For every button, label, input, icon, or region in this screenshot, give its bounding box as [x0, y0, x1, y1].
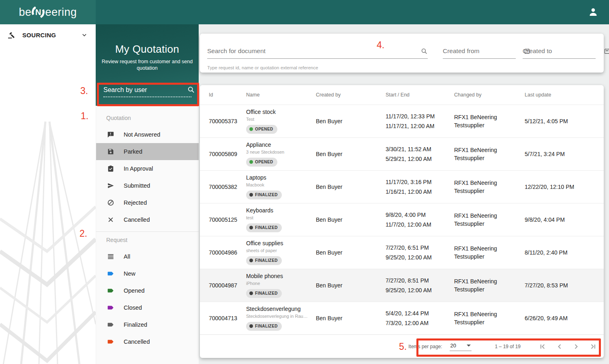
status-badge: FINALIZED — [246, 322, 282, 331]
status-dot — [249, 226, 253, 229]
table-row[interactable]: 700005125 Keyboards test FINALIZED Ben B… — [200, 203, 604, 236]
menu-item-label: All — [124, 253, 130, 260]
left-sidebar: SOURCING — [0, 24, 96, 364]
search-by-user-input[interactable] — [103, 86, 187, 94]
menu-item-label: Opened — [124, 287, 145, 294]
menu-item-label: New — [124, 270, 135, 277]
document-search-field: Type request id, name or quotation exter… — [207, 47, 428, 73]
row-name-cell: Laptops Macbook FINALIZED — [246, 174, 316, 199]
app-bar: be N eering — [0, 0, 609, 24]
save-icon — [107, 148, 114, 155]
table-row[interactable]: 700005373 Office stock Test OPENED Ben B… — [200, 105, 604, 137]
account-icon[interactable] — [588, 7, 598, 17]
pagination-range: 1 – 19 of 19 — [495, 344, 521, 349]
column-header-changed-by: Changed by — [454, 91, 525, 98]
label-icon — [107, 321, 114, 328]
dropdown-caret-icon — [467, 345, 471, 347]
quotation-table-card: Id Name Created by Start / End Changed b… — [200, 85, 604, 358]
row-changed-by: RFX1 BeNeering Testsupplier — [454, 146, 515, 163]
search-for-document-input[interactable] — [207, 47, 421, 55]
app-bar-right — [96, 0, 609, 24]
row-created-by: Ben Buyer — [316, 183, 386, 191]
row-id: 700004986 — [209, 248, 246, 257]
items-per-page-value: 20 — [450, 343, 456, 349]
page: be N eering — [0, 0, 609, 364]
row-changed-by: RFX1 BeNeering Testsupplier — [454, 179, 515, 195]
page-title-block: My Quotation Review request from custome… — [96, 24, 199, 72]
column-header-last-update: Last update — [525, 91, 604, 98]
row-id: 700004713 — [209, 314, 246, 322]
menu-item-in-approval[interactable]: In Approval — [96, 160, 199, 177]
status-dot — [249, 193, 253, 197]
row-created-by: Ben Buyer — [316, 150, 386, 158]
created-to-input[interactable] — [523, 47, 604, 55]
table-row[interactable]: 700004986 Office supplies sheets of pape… — [200, 236, 604, 269]
status-badge: FINALIZED — [246, 256, 282, 266]
table-row[interactable]: 700005382 Laptops Macbook FINALIZED Ben … — [200, 170, 604, 203]
menu-item-label: Closed — [124, 304, 142, 311]
menu-item-not-answered[interactable]: Not Answered — [96, 126, 199, 143]
label-icon — [107, 304, 114, 311]
menu-item-submitted[interactable]: Submitted — [96, 177, 199, 194]
table-row[interactable]: 700005809 Appliance 3 neue Steckdosen OP… — [200, 137, 604, 170]
menu-item-cancelled-quotation[interactable]: Cancelled — [96, 211, 199, 228]
table-row[interactable]: 700004987 Mobile phones iPhone FINALIZED… — [200, 269, 604, 302]
menu-item-label: Not Answered — [124, 131, 160, 138]
row-changed-by: RFX1 BeNeering Testsupplier — [454, 244, 515, 261]
row-last-update: 6/26/20, 9:49 AM — [525, 314, 604, 322]
menu-item-finalized[interactable]: Finalized — [96, 316, 199, 333]
row-changed-by: RFX1 BeNeering Testsupplier — [454, 310, 515, 327]
row-id: 700005125 — [209, 216, 246, 224]
building-watermark-image — [0, 97, 96, 364]
column-header-created-by: Created by — [316, 91, 386, 98]
items-per-page-select[interactable]: 20 — [450, 342, 472, 351]
status-dot — [249, 160, 253, 164]
menu-section-label: Quotation — [96, 111, 199, 126]
menu-item-all[interactable]: All — [96, 248, 199, 265]
gavel-icon — [7, 31, 15, 39]
row-last-update: 7/27/20, 8:53 PM — [525, 281, 604, 289]
table-row[interactable]: 700004713 Steckdosenverlegung Steckdosen… — [200, 302, 604, 334]
logo-text-pre: be — [19, 6, 31, 19]
menu-item-closed[interactable]: Closed — [96, 299, 199, 316]
send-icon — [107, 182, 114, 189]
created-to-field — [523, 47, 596, 73]
row-changed-by: RFX1 BeNeering Testsupplier — [454, 277, 515, 294]
first-page-button[interactable] — [538, 341, 548, 352]
menu-item-label: Cancelled — [124, 216, 150, 223]
row-start-end: 11/17/20, 12:33 PM11/17/21, 12:00 AM — [386, 111, 454, 131]
row-created-by: Ben Buyer — [316, 248, 386, 257]
column-header-name: Name — [246, 91, 316, 98]
reorder-icon — [107, 253, 114, 260]
row-start-end: 5/4/20, 12:44 PM7/3/20, 12:00 AM — [386, 308, 454, 328]
search-icon[interactable] — [421, 48, 428, 55]
next-page-button[interactable] — [571, 341, 581, 352]
label-icon — [107, 270, 114, 277]
row-last-update: 5/7/21, 3:24 PM — [525, 150, 604, 158]
menu-item-rejected[interactable]: Rejected — [96, 194, 199, 211]
last-page-button[interactable] — [588, 341, 598, 352]
created-from-input[interactable] — [443, 47, 524, 55]
calendar-icon[interactable] — [604, 48, 609, 54]
menu-item-opened[interactable]: Opened — [96, 282, 199, 299]
page-subtitle: Review request from customer and send qu… — [96, 58, 199, 72]
row-id: 700005382 — [209, 183, 246, 191]
assignment-turned-in-icon — [107, 165, 114, 172]
row-last-update: 12/22/20, 12:10 PM — [525, 183, 604, 191]
row-changed-by: RFX1 BeNeering Testsupplier — [454, 113, 515, 130]
row-name-cell: Office stock Test OPENED — [246, 109, 316, 134]
menu-item-cancelled-request[interactable]: Cancelled — [96, 333, 199, 350]
row-name-cell: Office supplies sheets of paper FINALIZE… — [246, 240, 316, 265]
row-created-by: Ben Buyer — [316, 216, 386, 224]
menu-item-new[interactable]: New — [96, 265, 199, 282]
row-start-end: 7/27/20, 8:51 PM9/25/20, 12:00 AM — [386, 276, 454, 295]
status-dot — [249, 324, 253, 328]
block-icon — [107, 199, 114, 206]
menu-item-parked[interactable]: Parked — [96, 143, 199, 160]
status-dot — [249, 127, 253, 131]
previous-page-button[interactable] — [554, 341, 565, 352]
search-hint: Type request id, name or quotation exter… — [207, 65, 318, 70]
menu-item-label: In Approval — [124, 165, 153, 172]
search-icon[interactable] — [187, 86, 195, 94]
sidebar-item-sourcing[interactable]: SOURCING — [0, 24, 96, 45]
